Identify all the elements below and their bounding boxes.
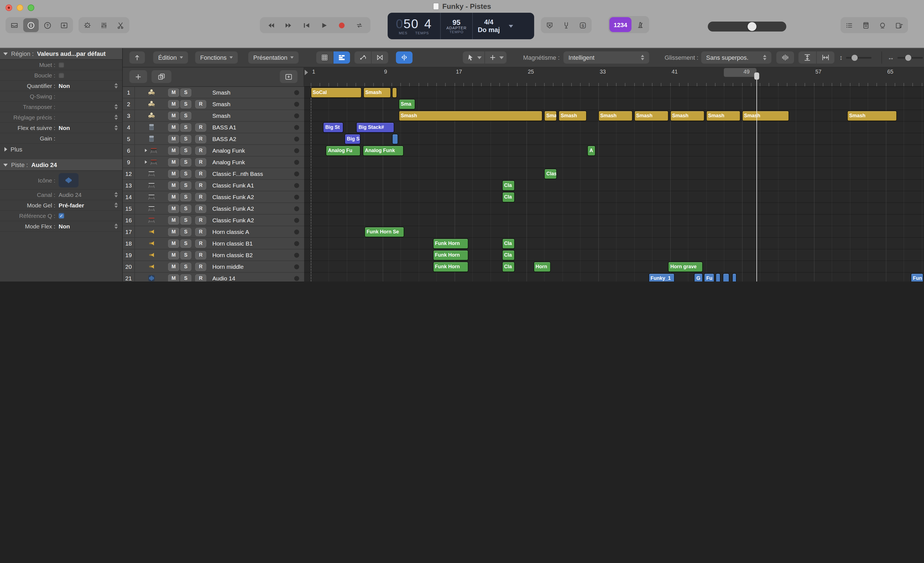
region-horn-grave[interactable]: Horn grave: [668, 261, 703, 272]
track-on-indicator[interactable]: [294, 90, 299, 95]
track-on-indicator[interactable]: [294, 183, 299, 188]
vertical-zoom-control[interactable]: ↕: [839, 51, 872, 64]
tuner-button[interactable]: [558, 18, 574, 32]
param-transpose[interactable]: Transposer :: [0, 102, 122, 112]
record-enable-button[interactable]: R: [195, 228, 206, 236]
region-cla[interactable]: Cla: [502, 250, 515, 260]
track-name[interactable]: Smash: [212, 112, 294, 119]
param-q-reference[interactable]: Référence Q :✓: [0, 211, 122, 221]
region-funk-horn-se[interactable]: Funk Horn Se: [364, 227, 404, 237]
track-on-indicator[interactable]: [294, 194, 299, 200]
region-smash[interactable]: Smash: [634, 110, 669, 121]
track-row-15[interactable]: 15MSRClassic Funk A2: [123, 203, 304, 215]
track-name[interactable]: Horn classic A: [212, 228, 294, 235]
browsers-button[interactable]: [891, 18, 907, 32]
region-smash[interactable]: Smash: [847, 110, 897, 121]
track-lane-9[interactable]: [304, 156, 924, 168]
track-name[interactable]: Audio 14: [212, 275, 294, 281]
list-editors-button[interactable]: [842, 18, 857, 32]
mixer-button[interactable]: [96, 18, 112, 32]
mute-button[interactable]: M: [168, 274, 179, 281]
param-flex-follow[interactable]: Flex et suivre :Non: [0, 123, 122, 133]
record-enable-button[interactable]: R: [195, 181, 206, 189]
view-menu[interactable]: Présentation: [248, 51, 298, 64]
track-row-12[interactable]: 12MSRClassic F...nth Bass: [123, 168, 304, 180]
smart-controls-button[interactable]: [80, 18, 95, 32]
q-reference-checkbox[interactable]: ✓: [58, 213, 64, 218]
region-inspector-header[interactable]: Région : Valeurs aud...par défaut: [0, 48, 122, 60]
track-on-indicator[interactable]: [294, 148, 299, 153]
play-button[interactable]: [317, 18, 331, 32]
mute-button[interactable]: M: [168, 158, 179, 166]
region-smash[interactable]: Smash: [706, 110, 740, 121]
solo-button[interactable]: S: [180, 158, 191, 166]
bar-ruler[interactable]: 1917253341495765: [304, 68, 924, 87]
region-smash[interactable]: Smash: [363, 87, 391, 98]
region-funk-horn[interactable]: Funk Horn: [433, 250, 468, 260]
track-row-1[interactable]: 1MSRSmash: [123, 87, 304, 98]
mute-button[interactable]: M: [168, 239, 179, 248]
track-name[interactable]: Classic F...nth Bass: [212, 170, 294, 177]
mute-button[interactable]: M: [168, 216, 179, 224]
mute-button[interactable]: M: [168, 193, 179, 201]
solo-button[interactable]: S: [180, 123, 191, 131]
param-icon[interactable]: Icône :: [0, 171, 122, 190]
param-channel[interactable]: Canal :Audio 24: [0, 190, 122, 200]
automation-button[interactable]: [354, 51, 371, 64]
region-fu[interactable]: Fu: [704, 273, 714, 281]
region-cla[interactable]: Cla: [502, 180, 515, 191]
record-enable-button[interactable]: R: [195, 135, 206, 143]
track-lane-14[interactable]: [304, 191, 924, 203]
region-horn[interactable]: Horn: [533, 261, 551, 272]
track-row-17[interactable]: 17MSRHorn classic A: [123, 226, 304, 238]
solo-button[interactable]: S: [180, 111, 191, 120]
solo-button[interactable]: S: [180, 181, 191, 189]
param-freeze-mode[interactable]: Mode Gel :Pré-fader: [0, 200, 122, 211]
secondary-tool-menu[interactable]: [485, 51, 507, 64]
track-on-indicator[interactable]: [294, 252, 299, 257]
track-row-13[interactable]: 13MSRClassic Funk A1: [123, 180, 304, 191]
loop-checkbox[interactable]: [58, 72, 64, 78]
track-lane-21[interactable]: [304, 273, 924, 281]
record-enable-button[interactable]: R: [195, 170, 206, 178]
vertical-auto-zoom-button[interactable]: [798, 51, 816, 64]
mute-button[interactable]: M: [168, 251, 179, 259]
loop-browser-button[interactable]: [875, 18, 890, 32]
cycle-button[interactable]: [353, 18, 366, 32]
record-enable-button[interactable]: R: [195, 204, 206, 213]
track-name[interactable]: Analog Funk: [212, 159, 294, 165]
horizontal-auto-zoom-button[interactable]: [817, 51, 834, 64]
region-big-s[interactable]: Big S: [345, 134, 360, 144]
back-arrow-button[interactable]: [129, 51, 145, 64]
track-lane-16[interactable]: [304, 215, 924, 226]
track-on-indicator[interactable]: [294, 125, 299, 130]
stepper-icon[interactable]: [114, 104, 118, 110]
region[interactable]: [392, 87, 397, 98]
track-name[interactable]: Classic Funk A2: [212, 217, 294, 224]
region-cla[interactable]: Cla: [502, 192, 515, 202]
track-name[interactable]: Horn classic B1: [212, 240, 294, 247]
track-lane-19[interactable]: [304, 249, 924, 261]
track-name[interactable]: Horn classic B2: [212, 252, 294, 258]
solo-button[interactable]: S: [180, 100, 191, 108]
region[interactable]: [716, 273, 721, 281]
track-on-indicator[interactable]: [294, 171, 299, 176]
region-funk-horn[interactable]: Funk Horn: [433, 261, 468, 272]
track-on-indicator[interactable]: [294, 206, 299, 211]
functions-menu[interactable]: Fonctions: [195, 51, 237, 64]
region-cla[interactable]: Cla: [502, 261, 515, 272]
solo-button[interactable]: S: [180, 216, 191, 224]
track-row-4[interactable]: 4MSRBASS A1: [123, 122, 304, 133]
track-inspector-header[interactable]: Piste : Audio 24: [0, 159, 122, 171]
track-lane-1[interactable]: [304, 87, 924, 98]
solo-mode-button[interactable]: S: [575, 18, 591, 32]
track-on-indicator[interactable]: [294, 276, 299, 281]
track-name[interactable]: Smash: [212, 89, 294, 96]
region-clas[interactable]: Clas: [544, 168, 557, 179]
track-on-indicator[interactable]: [294, 264, 299, 269]
track-lane-13[interactable]: [304, 180, 924, 191]
stepper-icon[interactable]: [114, 114, 118, 120]
track-row-2[interactable]: 2MSRSmash: [123, 98, 304, 110]
record-enable-button[interactable]: R: [195, 123, 206, 131]
param-mute[interactable]: Muet :: [0, 60, 122, 70]
